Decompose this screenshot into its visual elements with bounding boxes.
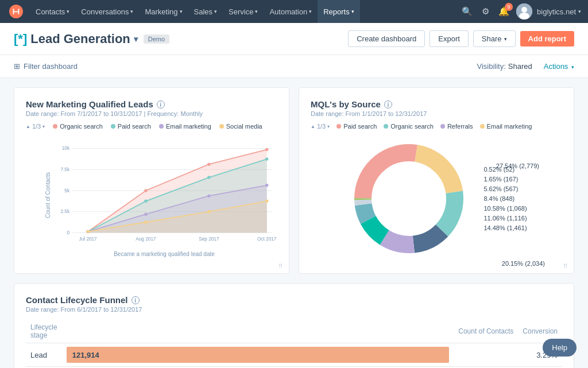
svg-text:Aug 2017: Aug 2017 (136, 237, 156, 242)
svg-point-2 (521, 7, 527, 13)
svg-point-23 (144, 200, 147, 203)
legend-item-social: Social media (219, 123, 262, 130)
svg-point-25 (265, 157, 268, 160)
svg-point-3 (519, 13, 529, 20)
legend-item-email: Email marketing (159, 123, 211, 130)
filter-dashboard-button[interactable]: ⊞ Filter dashboard (14, 62, 78, 71)
nav-item-sales[interactable]: Sales▾ (188, 0, 223, 23)
x-axis-label: Became a marketing qualified lead date (51, 251, 277, 257)
nav-item-conversations[interactable]: Conversations▾ (75, 0, 139, 23)
page-actions: Create dashboard Export Share ▾ Add repo… (348, 30, 574, 47)
svg-point-30 (86, 230, 89, 233)
top-nav: Contacts▾ Conversations▾ Marketing▾ Sale… (0, 0, 588, 23)
svg-text:5k: 5k (64, 188, 70, 193)
page-title-area: [*] Lead Generation ▾ Demo (14, 32, 169, 47)
svg-point-32 (207, 210, 210, 213)
col-count (62, 320, 454, 343)
donut-label-3: 5.62% (567) (483, 185, 527, 192)
nav-item-service[interactable]: Service▾ (223, 0, 264, 23)
share-chevron-icon: ▾ (504, 36, 507, 42)
svg-point-20 (207, 162, 210, 165)
svg-text:Oct 2017: Oct 2017 (257, 237, 277, 242)
notif-badge: 9 (505, 3, 513, 11)
funnel-card: Contact Lifecycle Funnel i Date range: F… (14, 283, 574, 368)
nav-item-marketing[interactable]: Marketing▾ (139, 0, 188, 23)
funnel-bar-lead: 121,914 (67, 347, 450, 363)
mqls-card: New Marketing Qualified Leads i Date ran… (14, 87, 289, 274)
page-title: [*] Lead Generation ▾ (14, 32, 138, 47)
nav-item-reports[interactable]: Reports▾ (318, 0, 360, 23)
settings-icon[interactable]: ⚙ (479, 4, 492, 19)
funnel-row-lead: Lead 121,914 3.29% (26, 343, 562, 367)
notifications-icon[interactable]: 🔔 9 (496, 4, 512, 19)
donut-label-2: 1.65% (167) (483, 176, 527, 183)
funnel-table: Lifecycle stage Count of Contacts Conver… (26, 320, 562, 368)
sort-control-source[interactable]: ▲1/3▾ (311, 123, 330, 130)
funnel-title: Contact Lifecycle Funnel i (26, 295, 562, 305)
actions-button[interactable]: Actions ▾ (544, 62, 574, 71)
add-report-button[interactable]: Add report (520, 31, 574, 47)
donut-label-4: 8.4% (848) (483, 195, 527, 202)
svg-text:Jul 2017: Jul 2017 (79, 237, 98, 242)
user-chevron-icon: ▾ (578, 9, 581, 14)
donut-label-7: 14.48% (1,461) (483, 224, 527, 231)
funnel-empty-lead (454, 343, 518, 367)
page-header: [*] Lead Generation ▾ Demo Create dashbo… (0, 23, 588, 55)
donut-labels: 0.52% (52) 1.65% (167) 5.62% (567) 8.4% … (483, 166, 527, 231)
mql-source-subtitle: Date range: From 1/1/2017 to 12/31/2017 (311, 110, 562, 117)
donut-label-6: 11.06% (1,116) (483, 215, 527, 222)
svg-point-28 (207, 194, 210, 197)
svg-point-33 (265, 200, 268, 203)
demo-badge: Demo (144, 34, 169, 44)
create-dashboard-button[interactable]: Create dashboard (348, 30, 425, 47)
search-icon[interactable]: 🔍 (459, 4, 475, 19)
sort-control[interactable]: ▲ 1/3 ▾ (26, 123, 45, 130)
dashboard: New Marketing Qualified Leads i Date ran… (0, 78, 588, 368)
donut-outer-label-right-top: 27.54% (2,779) (496, 162, 539, 169)
legend-item-paid: Paid search (111, 123, 151, 130)
legend-item-organic: Organic search (53, 123, 103, 130)
svg-text:Sep 2017: Sep 2017 (199, 237, 219, 242)
legend-paid-search: Paid search (336, 123, 377, 130)
svg-text:2.5k: 2.5k (60, 209, 69, 214)
nav-item-contacts[interactable]: Contacts▾ (30, 0, 75, 23)
mqls-card-subtitle: Date range: From 7/1/2017 to 10/31/2017 … (26, 110, 277, 117)
y-axis-label: Count of Contacts (45, 172, 51, 218)
dashboard-row-1: New Marketing Qualified Leads i Date ran… (14, 87, 574, 274)
col-count-label: Count of Contacts (454, 320, 518, 343)
svg-point-21 (265, 148, 268, 151)
svg-point-19 (144, 189, 147, 192)
title-bracket: [*] (14, 32, 27, 47)
resize-handle[interactable]: ⠿ (278, 263, 285, 270)
filter-icon: ⊞ (14, 62, 20, 71)
user-menu[interactable]: biglytics.net ▾ (537, 7, 581, 16)
hubspot-logo[interactable] (7, 2, 25, 21)
mql-source-legend: ▲1/3▾ Paid search Organic search Referra… (311, 123, 562, 130)
nav-item-automation[interactable]: Automation▾ (264, 0, 318, 23)
funnel-bar-value-lead: 121,914 (72, 351, 99, 359)
mqls-legend: ▲ 1/3 ▾ Organic search Paid search Email… (26, 123, 277, 130)
legend-email-marketing: Email marketing (480, 123, 532, 130)
nav-items: Contacts▾ Conversations▾ Marketing▾ Sale… (30, 0, 459, 23)
svg-point-29 (265, 184, 268, 187)
legend-referrals: Referrals (440, 123, 473, 130)
mql-source-card: MQL's by Source i Date range: From 1/1/2… (299, 87, 574, 274)
help-button[interactable]: Help (543, 339, 577, 357)
actions-chevron-icon: ▾ (571, 64, 574, 70)
svg-text:10k: 10k (62, 146, 70, 151)
filter-bar: ⊞ Filter dashboard Visibility: Shared Ac… (0, 55, 588, 78)
user-avatar[interactable] (516, 3, 532, 20)
visibility-area: Visibility: Shared Actions ▾ (477, 62, 574, 71)
funnel-bar-cell-lead: 121,914 (62, 343, 454, 367)
title-dropdown-icon[interactable]: ▾ (134, 34, 138, 44)
mql-source-info-icon[interactable]: i (384, 100, 392, 109)
share-button[interactable]: Share ▾ (473, 30, 516, 47)
funnel-subtitle: Date range: From 6/1/2017 to 12/31/2017 (26, 306, 562, 313)
export-button[interactable]: Export (430, 30, 469, 47)
mqls-info-icon[interactable]: i (157, 100, 165, 109)
donut-chart-area: 0.52% (52) 1.65% (167) 5.62% (567) 8.4% … (311, 135, 562, 262)
funnel-info-icon[interactable]: i (131, 296, 140, 304)
svg-point-43 (381, 171, 436, 226)
resize-handle-source[interactable]: ⠿ (563, 263, 570, 270)
svg-point-24 (207, 176, 210, 179)
